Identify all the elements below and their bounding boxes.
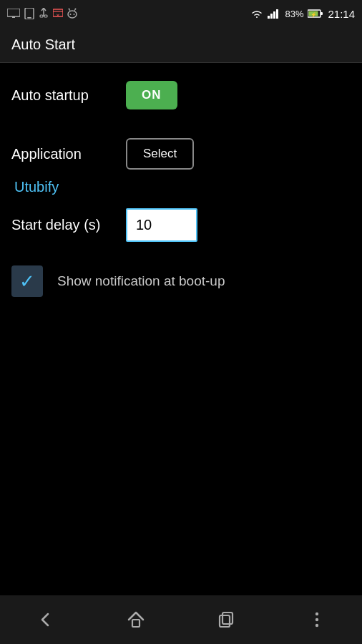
notification-icon: ✕: [53, 8, 63, 19]
back-icon: [35, 610, 55, 630]
auto-startup-row: Auto startup ON: [11, 77, 351, 113]
application-label: Application: [11, 146, 126, 162]
auto-startup-toggle[interactable]: ON: [126, 81, 177, 109]
select-app-button[interactable]: Select: [126, 138, 194, 170]
signal-icon: [268, 9, 280, 19]
svg-point-12: [74, 14, 75, 15]
notification-checkbox[interactable]: ✓: [11, 265, 43, 297]
notification-row: ✓ Show notification at boot-up: [11, 265, 351, 297]
bottom-nav: [0, 595, 362, 644]
start-delay-input[interactable]: [126, 208, 197, 242]
svg-rect-0: [7, 9, 20, 16]
wifi-icon: [250, 9, 263, 19]
svg-rect-22: [321, 12, 323, 15]
application-section: Application Select Utubify: [11, 136, 351, 195]
svg-text:✕: ✕: [56, 13, 60, 18]
android-icon: [67, 8, 77, 19]
svg-rect-1: [12, 16, 15, 18]
svg-rect-17: [268, 16, 270, 19]
status-bar-left: ✕: [7, 8, 77, 19]
svg-rect-6: [44, 15, 47, 17]
screen-icon: [7, 9, 20, 19]
phone-icon: [24, 8, 34, 19]
battery-icon: ⚡: [308, 9, 323, 18]
battery-percent: 83%: [285, 9, 303, 19]
page-title: Auto Start: [11, 36, 75, 53]
svg-text:⚡: ⚡: [310, 11, 317, 18]
svg-rect-26: [220, 615, 230, 627]
main-content: Auto startup ON Application Select Utubi…: [0, 63, 362, 311]
svg-rect-19: [273, 11, 275, 19]
start-delay-label: Start delay (s): [11, 217, 126, 233]
auto-startup-label: Auto startup: [11, 87, 126, 104]
recents-icon: [216, 610, 236, 630]
home-icon: [126, 610, 146, 630]
notification-label: Show notification at boot-up: [57, 273, 225, 289]
svg-rect-27: [222, 613, 233, 624]
more-button[interactable]: [272, 595, 363, 644]
selected-app-name[interactable]: Utubify: [14, 179, 351, 195]
svg-rect-25: [132, 620, 140, 627]
svg-point-16: [75, 9, 77, 10]
svg-rect-5: [40, 15, 43, 17]
svg-point-29: [315, 618, 318, 621]
svg-point-10: [68, 11, 77, 18]
status-bar: ✕ 83% ⚡ 21:14: [0, 0, 362, 27]
svg-point-11: [70, 14, 72, 15]
back-button[interactable]: [0, 595, 91, 644]
svg-point-15: [69, 9, 70, 10]
usb-icon: [39, 8, 49, 19]
svg-rect-3: [27, 17, 31, 19]
svg-rect-18: [270, 14, 273, 19]
svg-point-30: [315, 624, 318, 627]
status-bar-right: 83% ⚡ 21:14: [250, 8, 355, 20]
check-icon: ✓: [19, 272, 35, 291]
start-delay-row: Start delay (s): [11, 207, 351, 243]
home-button[interactable]: [91, 595, 182, 644]
application-row: Application Select: [11, 136, 351, 172]
recents-button[interactable]: [181, 595, 272, 644]
more-icon: [307, 610, 327, 630]
title-bar: Auto Start: [0, 27, 362, 63]
time: 21:14: [328, 8, 355, 20]
svg-rect-20: [276, 9, 278, 19]
svg-point-28: [315, 613, 318, 615]
